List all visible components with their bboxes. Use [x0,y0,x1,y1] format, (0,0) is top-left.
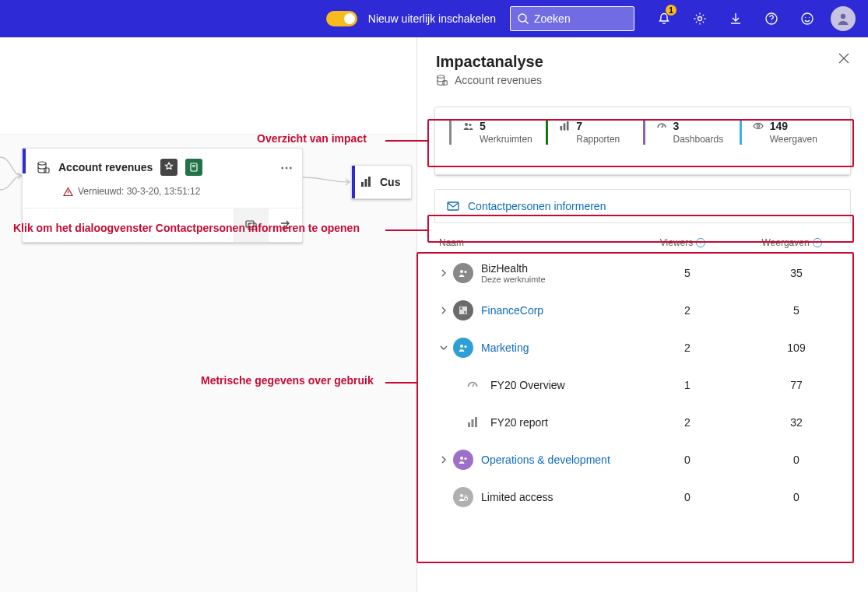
expand-toggle[interactable] [434,307,453,314]
svg-point-5 [802,13,813,24]
eye-icon [753,121,764,131]
new-look-toggle[interactable] [326,11,357,26]
report-icon [462,412,483,433]
notifications-button[interactable]: 1 [648,0,680,37]
report-icon [559,121,570,131]
svg-rect-18 [361,182,364,187]
warning-icon [63,187,73,197]
svg-point-0 [518,14,526,22]
usage-table-body: BizHealthDeze werkruimte 5 35 FinanceCor… [434,254,851,516]
svg-point-25 [465,123,468,126]
callout-overview: Overzicht van impact [257,132,367,145]
table-row[interactable]: Operations & development 0 0 [434,441,851,478]
help-button[interactable] [756,0,787,37]
downstream-card-label: Cus [380,176,400,188]
svg-rect-42 [472,419,474,427]
summary-dashboards: 3 Dashboards [643,120,740,145]
notify-contacts-button[interactable]: Contactpersonen informeren [434,189,851,223]
callout-line [385,140,427,142]
svg-point-45 [464,457,466,460]
notification-badge: 1 [666,5,676,16]
svg-point-26 [469,124,471,126]
person-icon [835,11,851,26]
panel-title: Impactanalyse [436,53,543,71]
svg-line-40 [473,384,474,387]
svg-point-4 [771,21,771,22]
col-views: Weergaveni [737,237,846,248]
svg-rect-20 [368,177,371,187]
card-more-button[interactable]: ⋯ [280,160,293,175]
callout-line [385,382,416,384]
svg-point-6 [805,17,806,18]
mail-icon [446,199,460,213]
svg-rect-36 [460,307,462,310]
expand-toggle[interactable] [434,456,453,464]
workspace-icon [453,338,473,358]
notify-contacts-label: Contactpersonen informeren [468,200,606,212]
smile-icon [800,12,814,26]
col-name: Naam [439,237,628,248]
svg-rect-29 [567,121,569,131]
account-avatar[interactable] [831,6,856,31]
info-icon[interactable]: i [813,238,822,247]
dashboard-icon [656,121,667,131]
search-input[interactable]: Zoeken [510,6,634,31]
svg-point-31 [757,124,759,127]
table-row[interactable]: FinanceCorp 2 5 [434,292,851,329]
chevron-right-icon [440,456,448,464]
top-bar: Nieuw uiterlijk inschakelen Zoeken 1 [0,0,868,37]
dashboard-icon [462,375,483,395]
workspace-icon [453,450,473,470]
svg-point-9 [38,162,46,165]
svg-point-34 [464,271,466,273]
close-icon [838,53,849,64]
svg-point-2 [698,17,702,21]
svg-point-46 [460,494,463,497]
expand-toggle[interactable] [434,344,453,352]
chevron-right-icon [440,269,448,277]
callout-notify: Klik om het dialoogvenster Contactperson… [13,222,360,234]
impact-panel: Impactanalyse Account revenues 5 Werkrui… [416,37,868,592]
chevron-down-icon [440,344,448,352]
source-badge [185,159,202,176]
svg-rect-13 [192,166,195,167]
info-icon[interactable]: i [696,238,705,247]
svg-point-39 [464,345,466,348]
table-row[interactable]: Marketing 2 109 [434,329,851,366]
table-row[interactable]: FY20 report 2 32 [434,404,851,441]
chevron-right-icon [440,307,448,314]
workspace-icon [453,263,473,283]
callout-usage: Metrische gegevens over gebruik [201,374,374,387]
endorsement-badge [160,159,177,176]
panel-close-button[interactable] [838,53,849,64]
svg-point-21 [438,75,445,79]
gear-icon [693,12,707,26]
dataset-icon [436,74,448,86]
svg-line-1 [525,21,529,24]
usage-table-header: Naam Viewersi Weergaveni [434,237,851,254]
download-icon [729,12,743,26]
feedback-button[interactable] [792,0,823,37]
report-icon [360,176,372,188]
downstream-card[interactable]: Cus [351,165,412,199]
table-row[interactable]: BizHealthDeze werkruimte 5 35 [434,254,851,292]
svg-rect-27 [561,126,563,131]
svg-rect-12 [192,165,195,166]
svg-rect-19 [365,179,367,187]
svg-point-15 [68,194,69,194]
svg-point-7 [809,17,810,18]
impact-summary-card: 5 Werkruimten 7 Rapporten 3 Dashboards [434,107,851,175]
callout-line [385,229,427,231]
svg-point-38 [460,345,463,348]
help-icon [764,12,778,26]
svg-rect-28 [564,124,566,131]
table-row[interactable]: FY20 Overview 1 77 [434,366,851,404]
table-row: Limited access 0 0 [434,478,851,516]
svg-rect-37 [464,311,466,314]
col-viewers: Viewersi [628,237,737,248]
download-button[interactable] [720,0,751,37]
limited-icon [453,487,473,507]
settings-button[interactable] [684,0,715,37]
search-icon [517,12,529,25]
dataset-title: Account revenues [58,161,153,173]
